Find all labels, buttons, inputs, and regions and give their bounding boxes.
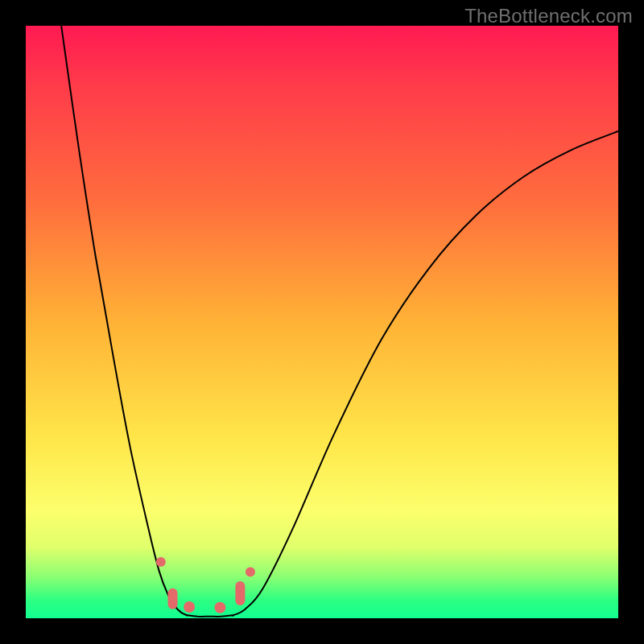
curve-layer [26, 26, 618, 618]
chart-frame: TheBottleneck.com [0, 0, 644, 644]
data-marker [235, 581, 245, 605]
data-marker [214, 602, 225, 613]
plot-area [26, 26, 618, 618]
curve-markers [156, 557, 255, 613]
attribution-label: TheBottleneck.com [464, 5, 633, 27]
data-marker [184, 601, 195, 613]
data-marker [168, 588, 178, 609]
bottleneck-curves [61, 26, 618, 617]
data-marker [156, 557, 166, 567]
bottleneck-curve [61, 26, 618, 617]
data-marker [246, 568, 255, 577]
